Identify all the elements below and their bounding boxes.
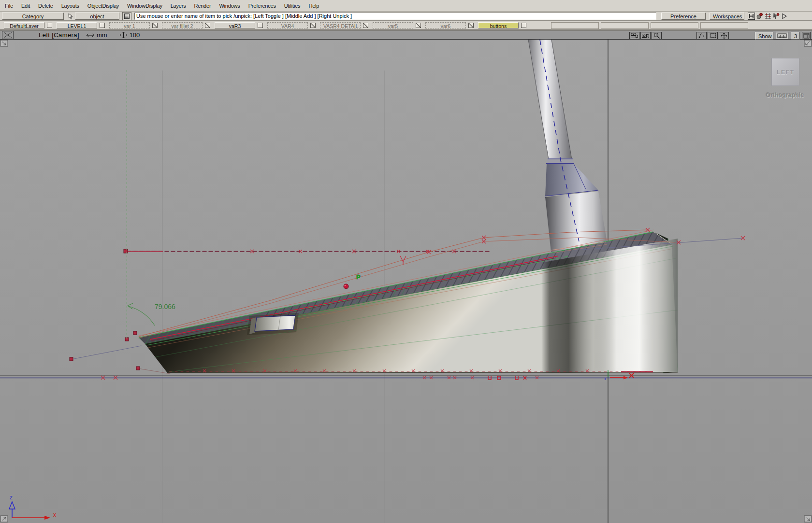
- layer-reference-toggle[interactable]: [468, 23, 474, 28]
- layer-reference-toggle[interactable]: [363, 23, 368, 28]
- shader-ball-icon[interactable]: [755, 13, 764, 20]
- viewport-close-icon[interactable]: [2, 31, 14, 39]
- layer-button-defaultlayer[interactable]: DefaultLayer: [4, 22, 44, 28]
- viewport-units[interactable]: mm: [86, 31, 107, 39]
- pick-cursor-icon[interactable]: [67, 13, 75, 20]
- viewport-title[interactable]: Left [Camera]: [39, 31, 79, 39]
- prompt-history-icon[interactable]: [122, 12, 131, 20]
- grid-spacing-icon: [120, 32, 127, 38]
- menu-objectdisplay[interactable]: ObjectDisplay: [87, 3, 119, 9]
- viewport-grid-size[interactable]: 100: [120, 31, 140, 39]
- menu-layouts[interactable]: Layouts: [61, 3, 79, 9]
- menu-layers[interactable]: Layers: [171, 3, 186, 9]
- viewport-header: Left [Camera] mm 100 Show 3: [0, 30, 812, 40]
- pane-count-button[interactable]: 3: [791, 32, 800, 40]
- layer-reference-toggle[interactable]: [152, 23, 158, 28]
- shelf-expand-icon[interactable]: [780, 13, 788, 20]
- prompt-line-input[interactable]: [134, 13, 656, 20]
- category-button[interactable]: Category: [2, 13, 64, 20]
- grid-snap-icon[interactable]: [764, 13, 772, 20]
- viewport-left-camera[interactable]: P 79.066 z x LEFT Orthographic: [0, 40, 812, 523]
- object-button[interactable]: object: [75, 13, 119, 20]
- menu-help[interactable]: Help: [308, 3, 319, 9]
- angle-dimension-value: 79.066: [155, 303, 175, 311]
- menu-utilities[interactable]: Utilities: [284, 3, 301, 9]
- layer-reference-toggle[interactable]: [310, 23, 316, 28]
- layer-button-buttons[interactable]: buttons: [478, 22, 519, 28]
- workspaces-button[interactable]: Workspaces: [710, 13, 744, 20]
- window-layout-icon[interactable]: [802, 32, 811, 40]
- menu-delete[interactable]: Delete: [38, 3, 53, 9]
- pick-preset-icon[interactable]: [772, 13, 780, 20]
- ruler-icon-button[interactable]: [776, 32, 788, 40]
- show-button[interactable]: Show: [755, 32, 773, 40]
- layer-button-var5[interactable]: var5: [373, 22, 413, 28]
- menu-windowdisplay[interactable]: WindowDisplay: [127, 3, 162, 9]
- video-camera-icon[interactable]: [640, 32, 651, 40]
- layer-button-var4[interactable]: VAR4: [267, 22, 308, 28]
- pivot-point-label: P: [356, 273, 361, 281]
- layer-button-var3[interactable]: vaR3: [215, 22, 255, 28]
- layer-toggle-checkbox[interactable]: [521, 23, 526, 28]
- layer-bar: DefaultLayer LEVEL1 var 1 var fillet 2 v…: [0, 21, 812, 30]
- menu-file[interactable]: File: [5, 3, 13, 9]
- grid-lines: [0, 40, 812, 523]
- layer-slot-empty: [551, 22, 599, 29]
- layer-button-var6[interactable]: var6: [425, 22, 466, 28]
- menu-bar: File Edit Delete Layouts ObjectDisplay W…: [0, 0, 812, 12]
- layer-button-level1[interactable]: LEVEL1: [57, 22, 97, 28]
- pan-arrows-icon[interactable]: [719, 32, 729, 40]
- axis-x-label: x: [53, 511, 56, 518]
- viewport-corner-handles[interactable]: [0, 40, 812, 522]
- layer-button-var1[interactable]: var 1: [109, 22, 150, 28]
- scene-canvas[interactable]: P 79.066 z x: [0, 40, 812, 523]
- model-pole[interactable]: [528, 40, 607, 252]
- twist-tool-icon[interactable]: [696, 32, 707, 40]
- layer-button-vasr4-detail[interactable]: VASR4 DETAIL: [320, 22, 361, 28]
- model-slot[interactable]: [247, 313, 299, 335]
- projection-label: Orthographic: [762, 92, 808, 99]
- layer-slot-empty: [651, 22, 698, 29]
- selected-cv-dot[interactable]: [344, 284, 348, 289]
- menu-render[interactable]: Render: [194, 3, 211, 9]
- model-front-face[interactable]: [145, 239, 678, 373]
- layer-toggle-checkbox[interactable]: [100, 23, 105, 28]
- menu-edit[interactable]: Edit: [21, 3, 30, 9]
- axis-triad: z x: [9, 494, 56, 520]
- layer-reference-toggle[interactable]: [205, 23, 210, 28]
- layer-slot-empty: [700, 22, 748, 29]
- movie-camera-icon[interactable]: [629, 32, 639, 40]
- menu-preferences[interactable]: Preferences: [248, 3, 276, 9]
- layer-toggle-checkbox[interactable]: [47, 23, 52, 28]
- angle-dimension: 79.066: [127, 70, 175, 339]
- ellipse-tool-icon[interactable]: [708, 32, 718, 40]
- hotkey-editor-icon[interactable]: [747, 13, 755, 20]
- layer-slot-empty: [601, 22, 649, 29]
- layer-button-var-fillet-2[interactable]: var fillet 2: [162, 22, 203, 28]
- layer-toggle-checkbox[interactable]: [258, 23, 263, 28]
- layer-reference-toggle[interactable]: [416, 23, 421, 28]
- preference-sets-button[interactable]: Preference Sets: [661, 13, 706, 20]
- zoom-magnifier-icon[interactable]: [652, 32, 662, 40]
- axis-z-label: z: [10, 494, 13, 501]
- view-cube-face[interactable]: LEFT: [771, 58, 799, 86]
- tool-shelf: Category object Preference Sets Workspac…: [0, 12, 812, 21]
- menu-windows[interactable]: Windows: [219, 3, 240, 9]
- horizontal-arrows-icon: [86, 33, 95, 38]
